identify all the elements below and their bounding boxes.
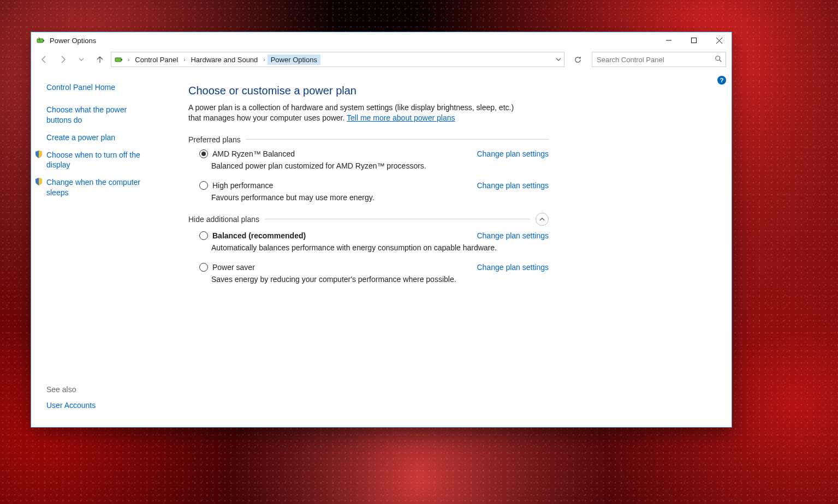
section-title: Preferred plans xyxy=(188,135,241,144)
plan-description: Balanced power plan customized for AMD R… xyxy=(211,161,549,170)
window-title: Power Options xyxy=(50,37,656,45)
help-icon[interactable]: ? xyxy=(717,76,726,85)
section-title: Hide additional plans xyxy=(188,215,259,224)
page-description: A power plan is a collection of hardware… xyxy=(188,103,527,123)
change-plan-settings-link[interactable]: Change plan settings xyxy=(477,263,549,272)
plan-description: Automatically balances performance with … xyxy=(211,243,549,252)
svg-rect-3 xyxy=(692,38,697,43)
search-input[interactable] xyxy=(596,55,715,64)
plan-amd-ryzen-balanced: AMD Ryzen™ Balanced Change plan settings… xyxy=(199,149,549,170)
see-also-user-accounts[interactable]: User Accounts xyxy=(46,400,150,411)
battery-icon xyxy=(115,55,123,64)
sidebar-item-label: Choose when to turn off the display xyxy=(46,150,150,171)
plan-radio[interactable] xyxy=(199,263,208,272)
sidebar-link-power-buttons[interactable]: Choose what the power buttons do xyxy=(46,105,150,125)
sidebar-link-display-off[interactable]: Choose when to turn off the display xyxy=(46,150,150,171)
chevron-right-icon[interactable]: › xyxy=(262,57,266,63)
refresh-button[interactable] xyxy=(570,52,585,67)
control-panel-window: Power Options xyxy=(31,32,732,428)
chevron-right-icon[interactable]: › xyxy=(127,57,130,63)
navigation-bar: › Control Panel › Hardware and Sound › P… xyxy=(31,49,732,73)
forward-button[interactable] xyxy=(55,52,70,67)
sidebar: Control Panel Home Choose what the power… xyxy=(31,73,182,427)
breadcrumb-item[interactable]: Hardware and Sound xyxy=(187,55,261,65)
shield-icon xyxy=(34,177,43,186)
maximize-button[interactable] xyxy=(681,32,706,49)
plan-description: Saves energy by reducing your computer's… xyxy=(211,275,549,284)
plan-radio[interactable] xyxy=(199,231,208,240)
see-also-heading: See also xyxy=(46,385,176,394)
preferred-plans-label: Preferred plans xyxy=(188,135,549,144)
change-plan-settings-link[interactable]: Change plan settings xyxy=(477,181,549,190)
plan-high-performance: High performance Change plan settings Fa… xyxy=(199,181,549,202)
close-button[interactable] xyxy=(706,32,732,49)
minimize-button[interactable] xyxy=(656,32,681,49)
search-box[interactable] xyxy=(592,52,726,67)
divider xyxy=(265,219,530,219)
plan-balanced: Balanced (recommended) Change plan setti… xyxy=(199,231,549,252)
address-bar[interactable]: › Control Panel › Hardware and Sound › P… xyxy=(111,52,564,67)
search-icon[interactable] xyxy=(715,55,722,64)
plan-name[interactable]: High performance xyxy=(212,181,273,190)
plan-power-saver: Power saver Change plan settings Saves e… xyxy=(199,263,549,284)
divider xyxy=(246,139,549,140)
title-bar: Power Options xyxy=(31,32,732,49)
svg-rect-6 xyxy=(115,58,121,62)
svg-rect-1 xyxy=(43,40,44,41)
sidebar-link-sleep[interactable]: Change when the computer sleeps xyxy=(46,177,150,198)
up-button[interactable] xyxy=(92,52,108,67)
svg-point-8 xyxy=(716,56,720,60)
learn-more-link[interactable]: Tell me more about power plans xyxy=(347,113,455,122)
shield-icon xyxy=(34,150,43,159)
breadcrumb-item[interactable]: Control Panel xyxy=(132,55,181,65)
window-body: ? Control Panel Home Choose what the pow… xyxy=(31,73,732,427)
sidebar-link-create-plan[interactable]: Create a power plan xyxy=(46,133,150,143)
change-plan-settings-link[interactable]: Change plan settings xyxy=(477,149,549,158)
svg-line-9 xyxy=(720,59,722,62)
main-content: Choose or customise a power plan A power… xyxy=(182,73,732,427)
svg-rect-7 xyxy=(121,59,122,61)
plan-radio[interactable] xyxy=(199,149,208,158)
battery-icon xyxy=(37,36,45,45)
page-heading: Choose or customise a power plan xyxy=(188,85,718,97)
plan-name[interactable]: AMD Ryzen™ Balanced xyxy=(212,149,295,158)
chevron-right-icon[interactable]: › xyxy=(182,57,186,63)
window-controls xyxy=(656,32,732,49)
address-dropdown[interactable] xyxy=(553,57,564,62)
plan-name[interactable]: Power saver xyxy=(212,263,255,272)
plan-name[interactable]: Balanced (recommended) xyxy=(212,231,306,240)
breadcrumb-item-current[interactable]: Power Options xyxy=(268,55,320,65)
plan-description: Favours performance but may use more ene… xyxy=(211,193,549,202)
back-button[interactable] xyxy=(37,52,52,67)
plan-radio[interactable] xyxy=(199,181,208,190)
change-plan-settings-link[interactable]: Change plan settings xyxy=(477,231,549,240)
additional-plans-label: Hide additional plans xyxy=(188,213,549,226)
sidebar-item-label: Change when the computer sleeps xyxy=(46,177,150,198)
collapse-toggle[interactable] xyxy=(536,213,549,226)
control-panel-home-link[interactable]: Control Panel Home xyxy=(46,82,150,93)
recent-dropdown[interactable] xyxy=(74,52,89,67)
